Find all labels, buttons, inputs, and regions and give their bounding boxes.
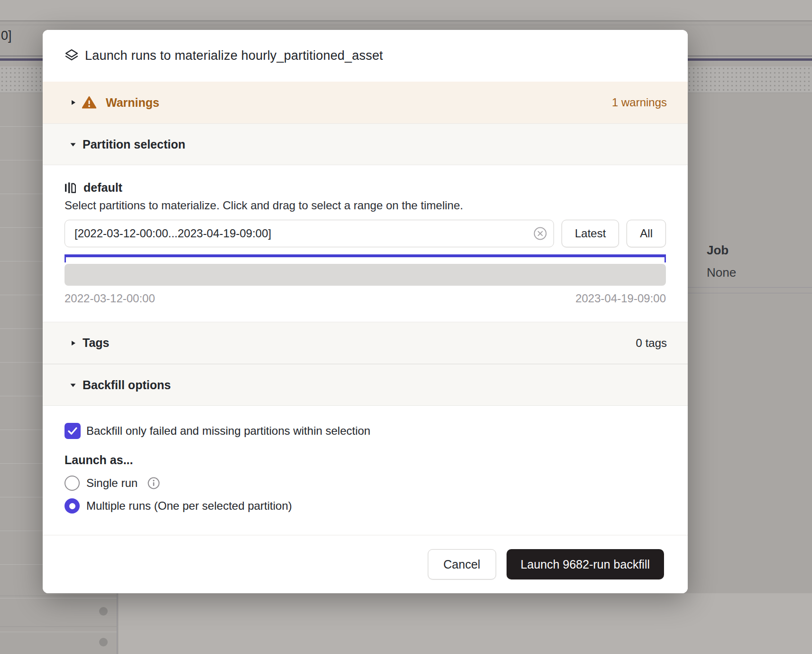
latest-button[interactable]: Latest bbox=[562, 220, 619, 247]
launch-backfill-button[interactable]: Launch 9682-run backfill bbox=[507, 549, 664, 579]
background-divider bbox=[0, 626, 118, 627]
clear-selection-button[interactable] bbox=[533, 226, 547, 241]
background-divider bbox=[688, 293, 812, 293]
launch-backfill-dialog: Launch runs to materialize hourly_partit… bbox=[43, 30, 688, 593]
multiple-runs-option[interactable]: Multiple runs (One per selected partitio… bbox=[65, 498, 666, 514]
timeline-start-label: 2022-03-12-00:00 bbox=[65, 292, 155, 305]
caret-right-icon bbox=[69, 339, 77, 347]
multiple-runs-label: Multiple runs (One per selected partitio… bbox=[86, 499, 292, 513]
background-divider bbox=[688, 287, 812, 288]
single-run-option[interactable]: Single run bbox=[65, 476, 666, 491]
cancel-button[interactable]: Cancel bbox=[428, 549, 496, 579]
warnings-count: 1 warnings bbox=[612, 96, 667, 109]
background-job-cell: Job None bbox=[707, 243, 736, 280]
timeline-date-labels: 2022-03-12-00:00 2023-04-19-09:00 bbox=[65, 292, 666, 305]
caret-down-icon bbox=[69, 382, 77, 388]
warnings-label: Warnings bbox=[106, 96, 159, 110]
backfill-options-toggle[interactable]: Backfill options bbox=[43, 364, 688, 406]
selection-start-tick bbox=[65, 254, 66, 262]
dimension-row: default bbox=[65, 180, 666, 195]
single-run-label: Single run bbox=[86, 476, 138, 490]
background-status-dot bbox=[99, 607, 108, 616]
partition-selection-toggle[interactable]: Partition selection bbox=[43, 123, 688, 165]
background-top-band bbox=[0, 0, 812, 21]
partition-range-input[interactable] bbox=[65, 220, 554, 247]
radio-selected[interactable] bbox=[65, 498, 80, 514]
info-circle-icon[interactable] bbox=[147, 476, 160, 490]
caret-right-icon bbox=[70, 99, 76, 106]
warnings-section-toggle[interactable]: Warnings 1 warnings bbox=[43, 82, 688, 123]
checkbox-label: Backfill only failed and missing partiti… bbox=[86, 424, 370, 438]
launch-as-label: Launch as... bbox=[65, 453, 666, 467]
all-button[interactable]: All bbox=[627, 220, 666, 247]
caret-down-icon bbox=[69, 141, 77, 148]
background-job-label: Job bbox=[707, 243, 736, 258]
circle-x-icon bbox=[533, 226, 547, 241]
warning-triangle-icon bbox=[82, 96, 96, 109]
partition-selection-header: Partition selection bbox=[83, 138, 185, 151]
partition-timeline[interactable] bbox=[65, 264, 666, 286]
tags-section-toggle[interactable]: Tags 0 tags bbox=[43, 322, 688, 364]
background-job-value: None bbox=[707, 265, 736, 280]
partition-selection-body: default Select partitions to materialize… bbox=[43, 165, 688, 322]
dimension-name: default bbox=[83, 181, 122, 195]
timeline-end-label: 2023-04-19-09:00 bbox=[575, 292, 666, 305]
background-partial-input-text: 0] bbox=[1, 28, 12, 43]
selection-end-tick bbox=[664, 254, 666, 262]
tags-header: Tags bbox=[83, 336, 110, 350]
background-status-dot bbox=[99, 638, 108, 646]
backfill-options-body: Backfill only failed and missing partiti… bbox=[43, 406, 688, 535]
radio-unselected[interactable] bbox=[65, 476, 80, 491]
selection-range-indicator bbox=[65, 254, 666, 257]
dialog-title: Launch runs to materialize hourly_partit… bbox=[85, 48, 383, 63]
background-divider bbox=[0, 25, 812, 25]
backfill-options-header: Backfill options bbox=[83, 378, 171, 392]
tags-count: 0 tags bbox=[636, 336, 667, 350]
partition-icon bbox=[65, 181, 76, 194]
partition-input-wrap bbox=[65, 220, 554, 247]
partition-picker-row: Latest All bbox=[65, 220, 666, 247]
asset-layers-icon bbox=[65, 48, 79, 64]
partition-help-text: Select partitions to materialize. Click … bbox=[65, 199, 666, 212]
background-lower-area bbox=[119, 593, 812, 654]
dialog-footer: Cancel Launch 9682-run backfill bbox=[43, 535, 688, 593]
backfill-only-failed-row[interactable]: Backfill only failed and missing partiti… bbox=[65, 423, 666, 439]
background-divider bbox=[0, 596, 118, 596]
dialog-header: Launch runs to materialize hourly_partit… bbox=[43, 30, 688, 82]
checkbox-checked[interactable] bbox=[65, 423, 81, 439]
